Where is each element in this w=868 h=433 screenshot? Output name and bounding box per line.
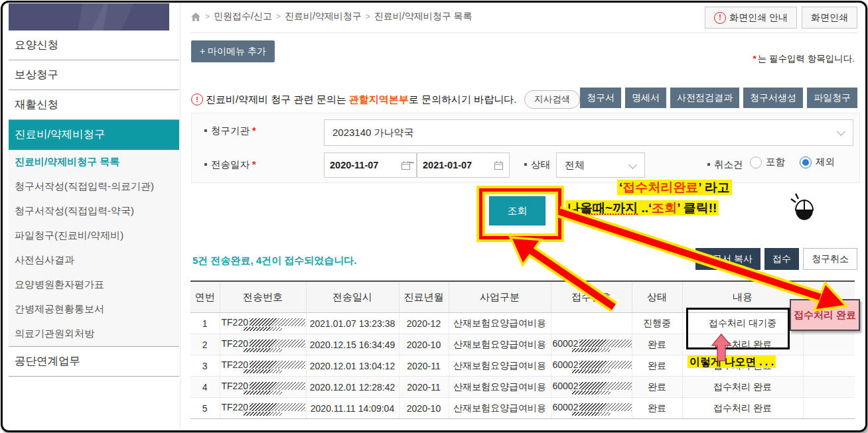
result-message: 5건 전송완료, 4건이 접수되었습니다.: [192, 255, 357, 267]
annotation-hint-text: 이렇게 나오면 . . .: [687, 355, 776, 369]
cancel-radio-포함[interactable]: 포함: [750, 156, 785, 168]
sidebar-subitem[interactable]: 사전심사결과: [9, 248, 179, 273]
mouse-click-icon: [788, 191, 818, 223]
bullet-icon: [204, 163, 207, 166]
action-button[interactable]: 청구서: [580, 88, 621, 108]
sidebar-subitem[interactable]: 청구서작성(직접입력-약국): [9, 199, 179, 223]
home-icon[interactable]: [190, 12, 201, 22]
sidebar-item[interactable]: 보상청구: [9, 60, 179, 90]
sidebar-subitem[interactable]: 청구서작성(직접입력-의료기관): [9, 174, 179, 199]
action-button[interactable]: 파일청구: [807, 88, 857, 108]
alert-circle-icon: !: [191, 93, 203, 105]
calendar-icon[interactable]: [494, 160, 504, 170]
masked-value: [244, 412, 282, 416]
alert-circle-icon: !: [714, 12, 726, 24]
org-select[interactable]: 2023140 가나약국: [324, 119, 853, 146]
masked-value: [250, 318, 305, 326]
table-row[interactable]: 4TF2202020.12.01 12:28:422020-11산재보험요양급여…: [190, 377, 855, 398]
add-mymenu-button[interactable]: + 마이메뉴 추가: [191, 40, 275, 62]
sidebar-subitem[interactable]: 요양병원환자평가표: [9, 273, 179, 297]
claims-table: 연번전송번호전송일시진료년월사업구분접수번호상태내용 1TF2202021.01…: [190, 280, 855, 419]
breadcrumb-link[interactable]: 진료비/약제비청구 목록: [374, 11, 472, 23]
status-select[interactable]: 전체: [556, 153, 645, 178]
print-button[interactable]: 화면인쇄: [802, 7, 857, 29]
table-row[interactable]: 1TF2202021.01.07 13:23:382020-12산재보험요양급여…: [190, 313, 855, 334]
masked-value: [250, 382, 305, 390]
header-divider: [190, 32, 857, 33]
sidebar-subitem[interactable]: 의료기관원외처방: [9, 322, 179, 346]
chevron-down-icon: [628, 160, 637, 169]
masked-value: [579, 382, 632, 390]
print-buttons: ! 화면인쇄 안내 화면인쇄: [705, 7, 857, 29]
sidebar-item[interactable]: 요양신청: [9, 31, 179, 60]
sidebar-subitem[interactable]: 파일청구(진료비/약제비): [9, 223, 179, 248]
cancel-radio-제외[interactable]: 제외: [800, 156, 835, 168]
sidebar-subitem[interactable]: 진료비/약제비청구 목록: [9, 150, 179, 174]
table-button[interactable]: 청구취소: [803, 248, 857, 270]
masked-value: [572, 391, 611, 395]
print-guide-button[interactable]: ! 화면인쇄 안내: [705, 7, 797, 29]
sidebar-menu: 요양신청보상청구재활신청진료비/약제비청구진료비/약제비청구 목록청구서작성(직…: [9, 31, 179, 377]
table-row[interactable]: 5TF2202020.11.11 14:09:042020-10산재보험요양급여…: [190, 398, 855, 419]
date-from-value: 2020-11-07: [330, 160, 378, 170]
breadcrumb-link[interactable]: 진료비/약제비청구: [285, 11, 362, 23]
org-label: 청구기관 *: [204, 125, 257, 137]
column-header: 전송일시: [306, 281, 399, 313]
column-header: 내용: [682, 281, 803, 313]
column-header: 전송번호: [220, 281, 306, 313]
masked-value: [244, 391, 282, 395]
status-select-value: 전체: [565, 159, 585, 172]
masked-value: [244, 327, 282, 331]
masked-value: [250, 361, 305, 369]
table-row[interactable]: 2TF2202020.12.15 16:34:492020-10산재보험요양급여…: [190, 334, 855, 355]
sidebar-item[interactable]: 공단연계업무: [9, 347, 179, 377]
masked-value: [579, 340, 632, 347]
notice-text: 진료비/약제비 청구 관련 문의는 관할지역본부로 문의하시기 바랍니다.: [206, 93, 516, 106]
send-date-label: 전송일자 *: [204, 158, 257, 171]
masked-value: [572, 412, 611, 416]
breadcrumb-link[interactable]: 민원접수/신고: [214, 11, 272, 23]
annotation-text-line1: ‘접수처리완료’ 라고: [617, 179, 732, 196]
annotation-complete-box: 접수처리 완료: [790, 299, 860, 331]
action-button[interactable]: 사전점검결과: [670, 88, 739, 108]
table-buttons: 청구서 복사접수청구취소: [695, 248, 857, 270]
sidebar-subitem[interactable]: 간병제공현황통보서: [9, 297, 179, 322]
site-logo-band: [9, 3, 169, 31]
chevron-down-icon: [837, 127, 845, 136]
cancel-radios: 포함제외: [750, 156, 835, 168]
date-to-input[interactable]: 2021-01-07: [417, 153, 510, 178]
cancel-label: 취소건: [707, 158, 743, 171]
column-header: 접수번호: [551, 281, 632, 313]
date-from-input[interactable]: 2020-11-07: [324, 153, 417, 178]
notice-branch-office: 관할지역본부: [349, 93, 409, 105]
date-range-tilde: ~: [409, 157, 414, 168]
bullet-icon: [204, 129, 207, 132]
bullet-icon: [707, 163, 710, 166]
action-buttons: 청구서명세서사전점검결과청구서생성파일청구: [580, 88, 857, 108]
table-button[interactable]: 청구서 복사: [695, 248, 760, 270]
masked-value: [572, 348, 611, 352]
radio-icon: [800, 156, 812, 168]
action-button[interactable]: 청구서생성: [743, 88, 803, 108]
table-button[interactable]: 접수: [764, 248, 799, 270]
sidebar-divider: [180, 3, 181, 428]
sidebar-item[interactable]: 진료비/약제비청구: [9, 120, 179, 150]
masked-value: [579, 403, 632, 411]
masked-value: [244, 348, 282, 352]
status-label: 상태: [524, 158, 550, 171]
branch-search-button[interactable]: 지사검색: [524, 90, 580, 109]
contact-notice: ! 진료비/약제비 청구 관련 문의는 관할지역본부로 문의하시기 바랍니다. …: [191, 90, 580, 109]
org-select-value: 2023140 가나약국: [332, 127, 414, 139]
action-button[interactable]: 명세서: [625, 88, 666, 108]
date-to-value: 2021-01-07: [423, 160, 472, 170]
masked-value: [250, 340, 305, 347]
table-header-row: 연번전송번호전송일시진료년월사업구분접수번호상태내용: [190, 281, 855, 313]
column-header: 진료년월: [399, 281, 449, 313]
annotation-text-line2: 나올때~까지 ..‘조회’ 클릭!!: [565, 200, 719, 217]
breadcrumb: >민원접수/신고>진료비/약제비청구>진료비/약제비청구 목록: [190, 11, 472, 23]
column-header: 연번: [190, 281, 220, 313]
sidebar-item[interactable]: 재활신청: [9, 90, 179, 120]
bullet-icon: [524, 163, 527, 166]
column-header: 사업구분: [449, 281, 551, 313]
search-button[interactable]: 조회: [489, 196, 545, 225]
